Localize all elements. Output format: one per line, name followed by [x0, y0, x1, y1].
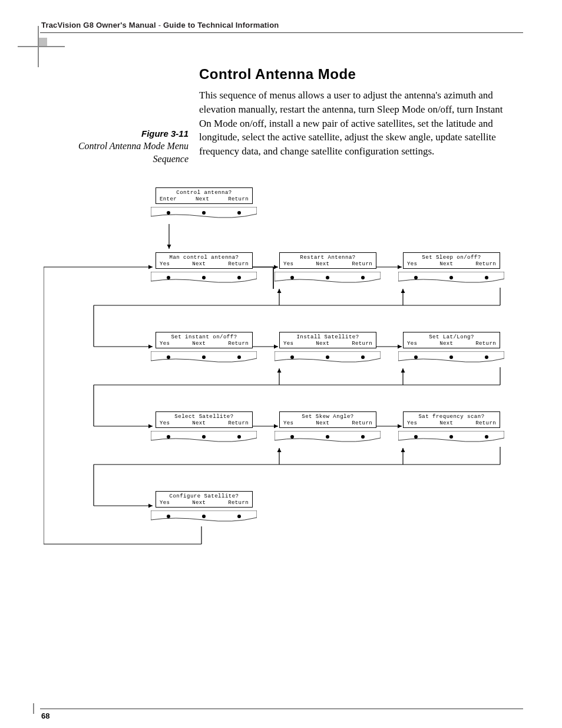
svg-point-44 [167, 355, 170, 359]
svg-point-42 [449, 276, 453, 279]
svg-point-54 [202, 435, 206, 439]
footer-rule [40, 709, 523, 709]
btn-right: Return [228, 196, 249, 202]
menu-sequence-diagram: Control antenna? Enter Next Return Man c… [44, 187, 515, 594]
screen-set-latlong: Set Lat/Long?YesNextReturn [403, 332, 500, 367]
screen-set-skew: Set Skew Angle?YesNextReturn [279, 411, 376, 446]
svg-point-63 [202, 515, 206, 518]
btn-mid: Next [196, 196, 209, 202]
svg-point-39 [326, 276, 329, 279]
figure-number: Figure 3-11 [77, 129, 189, 139]
screen-configure-satellite: Configure Satellite?YesNextReturn [156, 491, 253, 526]
section-title: Control Antenna Mode [199, 66, 356, 83]
svg-point-43 [485, 276, 488, 279]
svg-point-32 [167, 211, 170, 215]
crop-mark-square [39, 38, 47, 46]
svg-point-48 [326, 355, 329, 359]
crop-mark-v [38, 26, 39, 67]
svg-point-34 [237, 211, 241, 215]
crop-mark-h [18, 46, 65, 47]
svg-point-52 [485, 355, 488, 359]
svg-point-60 [449, 435, 453, 439]
header-rule [40, 32, 523, 33]
svg-point-40 [361, 276, 365, 279]
svg-point-57 [326, 435, 329, 439]
lcd: Control antenna? Enter Next Return [156, 187, 253, 204]
svg-point-46 [237, 355, 241, 359]
svg-point-64 [237, 515, 241, 518]
svg-point-51 [449, 355, 453, 359]
svg-point-61 [485, 435, 488, 439]
button-panel [151, 207, 257, 222]
screen-set-sleep: Set Sleep on/off?YesNextReturn [403, 252, 500, 287]
lcd-buttons: Enter Next Return [156, 196, 252, 202]
page-number: 68 [41, 711, 49, 720]
screen-set-instant: Set instant on/off?YesNextReturn [156, 332, 253, 367]
screen-sat-freq-scan: Sat frequency scan?YesNextReturn [403, 411, 500, 446]
header-product: TracVision G8 Owner's Manual [41, 21, 156, 29]
figure-caption: Control Antenna Mode Menu Sequence [77, 140, 189, 165]
svg-point-33 [202, 211, 206, 215]
svg-point-47 [290, 355, 294, 359]
svg-point-41 [414, 276, 418, 279]
svg-point-59 [414, 435, 418, 439]
svg-point-56 [290, 435, 294, 439]
diagram-connectors [44, 187, 515, 594]
body-paragraph: This sequence of menus allows a user to … [199, 88, 508, 159]
svg-point-62 [167, 515, 170, 518]
screen-install-satellite: Install Satellite?YesNextReturn [279, 332, 376, 367]
svg-point-53 [167, 435, 170, 439]
screen-restart-antenna: Restart Antenna?YesNextReturn [279, 252, 376, 287]
manual-page: TracVision G8 Owner's Manual - Guide to … [0, 0, 562, 728]
screen-select-satellite: Select Satellite?YesNextReturn [156, 411, 253, 446]
svg-point-58 [361, 435, 365, 439]
svg-point-37 [237, 276, 241, 279]
header-section: Guide to Technical Information [163, 21, 279, 29]
svg-point-55 [237, 435, 241, 439]
lcd-title: Control antenna? [156, 190, 252, 196]
svg-point-36 [202, 276, 206, 279]
footer-tick [33, 703, 34, 714]
running-header: TracVision G8 Owner's Manual - Guide to … [41, 21, 279, 29]
svg-point-38 [290, 276, 294, 279]
svg-point-35 [167, 276, 170, 279]
svg-point-49 [361, 355, 365, 359]
screen-control-antenna: Control antenna? Enter Next Return [156, 187, 253, 222]
screen-man-control: Man control antenna?YesNextReturn [156, 252, 253, 287]
btn-left: Enter [160, 196, 177, 202]
figure-label: Figure 3-11 Control Antenna Mode Menu Se… [77, 129, 189, 165]
svg-point-45 [202, 355, 206, 359]
svg-point-50 [414, 355, 418, 359]
